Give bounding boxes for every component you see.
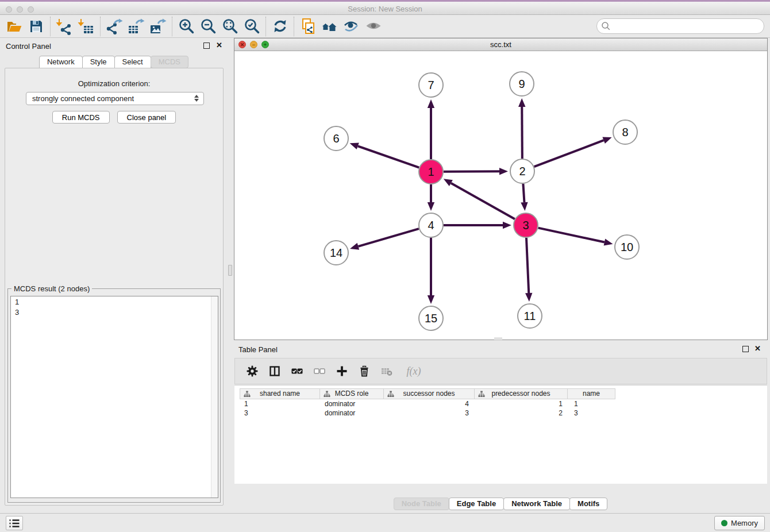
table-cell[interactable]: 3 — [240, 408, 321, 418]
graph-node-label: 10 — [621, 241, 633, 253]
column-header[interactable]: successor nodes — [383, 388, 475, 399]
table-cell[interactable]: 4 — [385, 399, 476, 408]
graph-edge[interactable] — [350, 229, 419, 250]
hide-selected-button[interactable] — [341, 16, 363, 37]
first-neighbors-button[interactable] — [319, 16, 341, 37]
graph-edge[interactable] — [444, 222, 511, 229]
column-header-label: predecessor nodes — [491, 390, 550, 398]
tab-motifs[interactable]: Motifs — [569, 498, 607, 510]
duplicate-network-button[interactable] — [297, 16, 319, 37]
plus-icon — [336, 365, 348, 377]
graph-node-label: 11 — [524, 310, 536, 322]
table-cell[interactable]: 1 — [476, 399, 570, 408]
column-header[interactable]: predecessor nodes — [474, 388, 568, 399]
gear-icon — [247, 365, 258, 377]
column-header[interactable]: name — [567, 388, 615, 399]
import-table-button[interactable] — [75, 16, 97, 37]
tab-mcds[interactable]: MCDS — [151, 56, 188, 68]
graph-edge[interactable] — [428, 238, 434, 304]
optimization-criterion-select[interactable]: strongly connected component — [26, 92, 204, 105]
graph-node[interactable]: 1 — [419, 160, 443, 184]
graph-node[interactable]: 9 — [510, 72, 534, 96]
deselect-all-columns-button[interactable] — [313, 365, 326, 377]
graph-edge[interactable] — [444, 179, 515, 219]
search-input[interactable] — [596, 18, 764, 34]
export-table-icon — [128, 18, 145, 35]
show-all-button[interactable] — [363, 16, 384, 37]
mcds-result-text[interactable]: 1 3 — [10, 296, 218, 498]
graph-node[interactable]: 7 — [419, 73, 443, 97]
table-cell[interactable]: 1 — [240, 399, 321, 408]
select-all-columns-button[interactable] — [291, 365, 303, 377]
table-row[interactable]: 3dominator323 — [240, 408, 618, 418]
run-mcds-button[interactable]: Run MCDS — [52, 111, 110, 124]
tab-style[interactable]: Style — [82, 56, 115, 68]
graph-node[interactable]: 15 — [419, 306, 443, 330]
float-panel-icon[interactable] — [203, 43, 210, 49]
graph-edge[interactable] — [428, 99, 434, 159]
show-column-panel-button[interactable] — [268, 365, 281, 377]
table-float-icon[interactable] — [742, 346, 749, 352]
tab-network[interactable]: Network — [39, 56, 83, 68]
result-scrollbar[interactable] — [211, 296, 218, 498]
network-canvas[interactable]: 7968124314101511 — [234, 52, 767, 340]
export-network-button[interactable] — [103, 16, 125, 37]
table-cell[interactable]: dominator — [321, 399, 385, 408]
table-cell[interactable]: 3 — [385, 408, 476, 418]
create-column-button[interactable] — [336, 365, 348, 377]
export-image-button[interactable] — [147, 16, 169, 37]
graph-node[interactable]: 3 — [514, 213, 538, 237]
memory-button[interactable]: Memory — [714, 516, 765, 530]
graph-edge[interactable] — [350, 142, 419, 167]
refresh-network-button[interactable] — [269, 16, 291, 37]
tab-select[interactable]: Select — [114, 56, 151, 68]
close-panel-icon[interactable]: ✕ — [216, 41, 222, 49]
graph-node[interactable]: 14 — [324, 241, 348, 265]
delete-column-button[interactable] — [358, 365, 371, 377]
graph-node[interactable]: 6 — [324, 126, 348, 151]
graph-edge[interactable] — [538, 228, 613, 246]
tab-node-table[interactable]: Node Table — [394, 498, 449, 510]
tab-network-table[interactable]: Network Table — [503, 498, 570, 510]
zoom-in-button[interactable] — [175, 16, 197, 37]
zoom-fit-button[interactable] — [219, 16, 241, 37]
save-session-button[interactable] — [25, 16, 47, 37]
table-cell[interactable]: 3 — [570, 408, 618, 418]
graph-edge[interactable] — [521, 184, 528, 211]
zoom-selected-button[interactable] — [241, 16, 263, 37]
hide-eye-icon — [343, 18, 360, 35]
graph-edge[interactable] — [525, 238, 532, 302]
tab-edge-table[interactable]: Edge Table — [449, 498, 504, 510]
task-history-button[interactable] — [6, 516, 23, 530]
open-folder-icon — [6, 18, 23, 35]
table-toolbar: f(x) — [234, 358, 767, 384]
table-row[interactable]: 1dominator411 — [240, 399, 618, 408]
table-cell[interactable]: dominator — [321, 408, 385, 418]
graph-node[interactable]: 10 — [615, 235, 639, 259]
table-close-icon[interactable]: ✕ — [754, 344, 761, 353]
network-resize-grip[interactable] — [494, 338, 502, 340]
column-header[interactable]: shared name — [240, 388, 320, 399]
table-settings-button[interactable] — [246, 365, 259, 377]
close-panel-button[interactable]: Close panel — [117, 111, 176, 124]
graph-node[interactable]: 11 — [518, 304, 542, 328]
graph-node[interactable]: 8 — [613, 120, 637, 144]
network-window-titlebar[interactable]: ✕ − + scc.txt — [234, 38, 767, 51]
memory-label: Memory — [731, 519, 758, 527]
graph-node[interactable]: 4 — [419, 213, 443, 237]
panel-divider-grip[interactable] — [228, 265, 232, 276]
table-cell[interactable]: 1 — [570, 399, 618, 408]
houses-icon — [321, 18, 338, 35]
graph-node[interactable]: 2 — [510, 159, 534, 183]
graph-node-label: 7 — [428, 79, 434, 91]
graph-edge[interactable] — [534, 137, 612, 167]
import-network-button[interactable] — [53, 16, 75, 37]
zoom-out-button[interactable] — [197, 16, 219, 37]
export-table-button[interactable] — [125, 16, 147, 37]
graph-edge[interactable] — [518, 98, 525, 159]
graph-edge[interactable] — [444, 168, 508, 175]
table-cell[interactable]: 2 — [476, 408, 570, 418]
open-session-button[interactable] — [3, 16, 25, 37]
graph-edge[interactable] — [428, 184, 434, 211]
column-header[interactable]: MCDS role — [319, 388, 384, 399]
